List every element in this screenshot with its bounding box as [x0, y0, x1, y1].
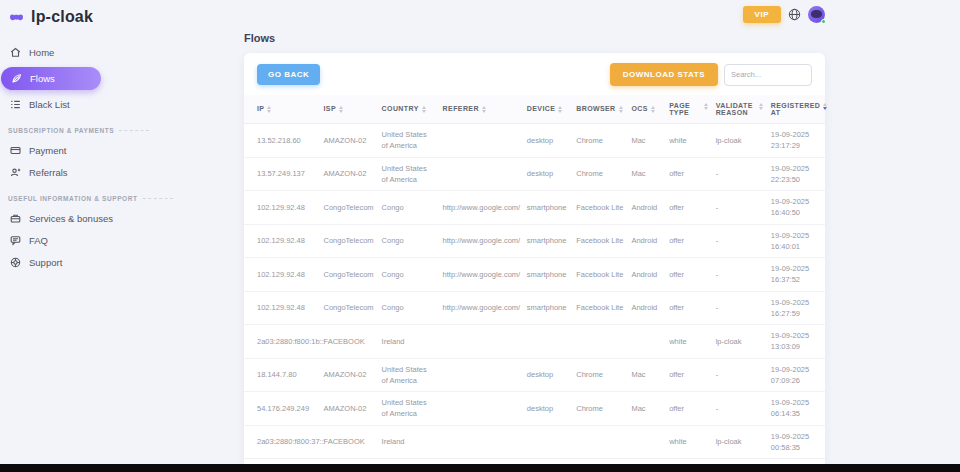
- cell-isp: CongoTelecom: [320, 191, 378, 225]
- sidebar-item-label: Support: [29, 257, 62, 268]
- cell-country: Congo: [378, 258, 439, 292]
- sidebar-item-referrals[interactable]: Referrals: [0, 162, 225, 183]
- col-country: Country: [378, 95, 439, 124]
- cell-ip: 18.144.7.80: [244, 358, 320, 392]
- cell-isp: FACEBOOK: [320, 425, 378, 459]
- cell-page-type: offer: [665, 392, 711, 426]
- cell-ocs: [627, 425, 665, 459]
- cell-ocs: Android: [627, 291, 665, 325]
- cell-ocs: Mac: [627, 358, 665, 392]
- sort-icon[interactable]: [267, 106, 271, 113]
- cell-isp: CongoTelecom: [320, 224, 378, 258]
- bottom-bar: [0, 464, 960, 472]
- cell-country: United States of America: [378, 157, 439, 191]
- cell-validate-reason: -: [712, 392, 767, 426]
- cell-page-type: offer: [665, 358, 711, 392]
- cell-device: desktop: [523, 358, 572, 392]
- cell-isp: AMAZON-02: [320, 157, 378, 191]
- cell-browser: Chrome: [572, 392, 627, 426]
- cell-ip: 102.129.92.48: [244, 291, 320, 325]
- sort-icon[interactable]: [704, 103, 708, 110]
- topbar: VIP: [244, 0, 825, 24]
- sort-icon[interactable]: [558, 106, 562, 113]
- main-nav: Home Flows Black List: [0, 42, 225, 115]
- cell-ip: 102.129.92.48: [244, 258, 320, 292]
- sort-icon[interactable]: [759, 103, 763, 110]
- cell-ocs: Mac: [627, 124, 665, 158]
- cell-referer: [439, 157, 523, 191]
- sidebar-item-black-list[interactable]: Black List: [0, 94, 225, 115]
- table-row: 2a03:2880:f800:37::FACEBOOKIrelandwhitel…: [244, 425, 825, 459]
- sidebar-item-payment[interactable]: Payment: [0, 140, 225, 161]
- cell-registered-at: 19-09-202516:27:59: [767, 291, 825, 325]
- sort-icon[interactable]: [482, 106, 486, 113]
- cell-browser: [572, 325, 627, 359]
- logo[interactable]: lp-cloak: [0, 6, 225, 36]
- cell-referer: http://www.google.com/: [439, 224, 523, 258]
- col-browser: Browser: [572, 95, 627, 124]
- app-window: lp-cloak Home Flows Black List: [0, 0, 960, 472]
- cell-country: United States of America: [378, 124, 439, 158]
- section-useful-info-support: Useful information & support: [8, 195, 225, 202]
- cell-isp: CongoTelecom: [320, 291, 378, 325]
- globe-icon[interactable]: [788, 8, 801, 21]
- cell-page-type: white: [665, 124, 711, 158]
- table-row: 13.57.249.137AMAZON-02United States of A…: [244, 157, 825, 191]
- cell-registered-at: 19-09-202523:17:29: [767, 124, 825, 158]
- sort-icon[interactable]: [619, 106, 623, 113]
- logo-text: lp-cloak: [31, 8, 93, 26]
- sort-icon[interactable]: [422, 106, 426, 113]
- sort-icon-active[interactable]: [823, 103, 827, 110]
- cell-ip: 102.129.92.48: [244, 224, 320, 258]
- col-ip: IP: [244, 95, 320, 124]
- sidebar-item-label: Black List: [29, 99, 70, 110]
- services-icon: [10, 213, 21, 224]
- col-referer: Referer: [439, 95, 523, 124]
- cell-ip: 2a03:2880:f800:37::: [244, 425, 320, 459]
- table-row: 18.144.7.80AMAZON-02United States of Ame…: [244, 358, 825, 392]
- cell-validate-reason: -: [712, 224, 767, 258]
- sidebar: lp-cloak Home Flows Black List: [0, 0, 225, 472]
- cell-referer: [439, 124, 523, 158]
- cell-referer: [439, 325, 523, 359]
- section-subscription-payments: Subscription & payments: [8, 127, 225, 134]
- sidebar-item-label: Payment: [29, 145, 67, 156]
- search-input[interactable]: [724, 64, 812, 86]
- user-avatar[interactable]: [808, 6, 825, 23]
- table-row: 54.176.249.249AMAZON-02United States of …: [244, 392, 825, 426]
- cell-device: smartphone: [523, 291, 572, 325]
- cell-browser: Facebook Lite: [572, 258, 627, 292]
- referrals-icon: [10, 167, 21, 178]
- sidebar-item-flows[interactable]: Flows: [1, 67, 101, 90]
- cell-device: desktop: [523, 392, 572, 426]
- download-stats-button[interactable]: DOWNLOAD STATS: [610, 63, 718, 86]
- col-validate-reason: Validate reason: [712, 95, 767, 124]
- cell-page-type: white: [665, 425, 711, 459]
- flows-card: GO BACK DOWNLOAD STATS IP: [244, 53, 825, 472]
- sort-icon[interactable]: [651, 106, 655, 113]
- cell-validate-reason: -: [712, 157, 767, 191]
- cell-validate-reason: lp-cloak: [712, 425, 767, 459]
- cell-ocs: [627, 325, 665, 359]
- sidebar-item-label: Referrals: [29, 167, 68, 178]
- cell-registered-at: 19-09-202516:40:01: [767, 224, 825, 258]
- go-back-button[interactable]: GO BACK: [257, 64, 320, 85]
- cell-page-type: offer: [665, 291, 711, 325]
- payments-nav: Payment Referrals: [0, 140, 225, 183]
- cell-referer: [439, 358, 523, 392]
- sort-icon[interactable]: [339, 106, 343, 113]
- table-row: 102.129.92.48CongoTelecomCongohttp://www…: [244, 224, 825, 258]
- cell-browser: Chrome: [572, 358, 627, 392]
- cell-browser: [572, 425, 627, 459]
- payment-icon: [10, 145, 21, 156]
- sidebar-item-home[interactable]: Home: [0, 42, 225, 63]
- cell-ocs: Android: [627, 191, 665, 225]
- table-header: IP ISP Country Referer Device Browser OC…: [244, 95, 825, 124]
- page-title: Flows: [244, 32, 825, 44]
- cell-ip: 2a03:2880:f800:1b::: [244, 325, 320, 359]
- sidebar-item-services-bonuses[interactable]: Services & bonuses: [0, 208, 225, 229]
- vip-button[interactable]: VIP: [743, 6, 781, 23]
- sidebar-item-support[interactable]: Support: [0, 252, 225, 273]
- sidebar-item-faq[interactable]: FAQ: [0, 230, 225, 251]
- cell-country: Congo: [378, 291, 439, 325]
